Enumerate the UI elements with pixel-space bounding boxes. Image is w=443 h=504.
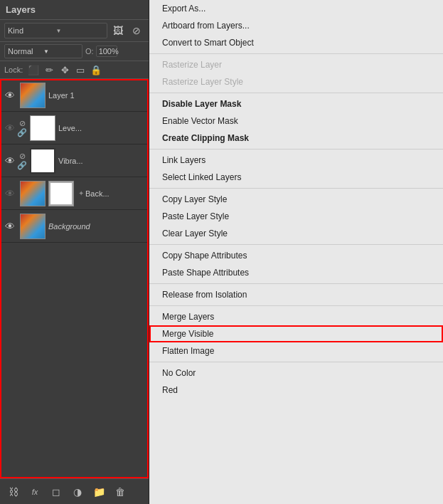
blend-mode-dropdown[interactable]: Normal ▼ [4,44,82,58]
visibility-icon[interactable]: 👁 [3,219,17,233]
panel-controls-row: Kind ▼ 🖼 ⊘ [0,20,149,42]
add-mask-icon[interactable]: ◻ [48,484,64,500]
panel-footer: ⛓ fx ◻ ◑ 📁 🗑 [0,478,149,504]
menu-item-no-color[interactable]: No Color [149,364,443,382]
menu-separator [149,93,443,93]
menu-separator [149,244,443,245]
menu-item-flatten[interactable]: Flatten Image [149,342,443,359]
visibility-icon[interactable]: 👁 [3,121,17,135]
blend-mode-arrow-icon: ▼ [43,48,79,55]
layer-thumbnail [30,115,55,141]
menu-separator [149,53,443,54]
layer-row[interactable]: 👁 ✦ Back... [0,177,149,210]
visibility-icon[interactable]: 👁 [3,88,17,103]
layer-name: Layer 1 [48,91,146,100]
menu-item-paste-shape[interactable]: Paste Shape Attributes [149,264,443,281]
menu-item-release-isolation[interactable]: Release from Isolation [149,286,443,303]
layer-name: Background [48,222,146,231]
layer-thumbnail [20,83,46,108]
menu-item-paste-style[interactable]: Paste Layer Style [149,208,443,225]
lock-image-icon[interactable]: ✏ [43,63,55,76]
menu-item-export-as[interactable]: Export As... [149,0,443,17]
lock-transparent-icon[interactable]: ⬛ [27,63,40,76]
menu-item-merge-layers[interactable]: Merge Layers [149,308,443,325]
filter-adjustment-icon[interactable]: ⊘ [129,23,144,38]
opacity-value[interactable]: 100% [96,46,117,57]
layers-panel: Layers Kind ▼ 🖼 ⊘ Normal ▼ O: 100% Lock:… [0,0,149,504]
menu-item-select-linked[interactable]: Select Linked Layers [149,169,443,186]
menu-separator [149,188,443,189]
layer-mask-thumbnail [48,181,74,206]
menu-item-clear-style[interactable]: Clear Layer Style [149,225,443,242]
layer-row[interactable]: 👁 ⊘ 🔗 Leve... [0,112,149,145]
menu-item-link-layers[interactable]: Link Layers [149,152,443,169]
layer-thumbnail [20,214,46,239]
lock-position-icon[interactable]: ✥ [58,63,71,76]
opacity-label: O: [85,47,94,56]
layer-name: Vibra... [58,157,146,165]
lock-artboard-icon[interactable]: ▭ [74,63,87,76]
menu-item-disable-mask[interactable]: Disable Layer Mask [149,95,443,112]
blend-mode-row: Normal ▼ O: 100% [0,42,149,61]
layer-name: Back... [85,189,146,198]
menu-item-rasterize-style: Rasterize Layer Style [149,73,443,90]
layers-list: 👁 Layer 1 👁 ⊘ 🔗 Leve... 👁 ⊘ 🔗 [0,79,149,478]
context-menu: Export As...Artboard from Layers...Conve… [149,0,443,504]
layer-name: Leve... [58,124,146,132]
menu-item-merge-visible[interactable]: Merge Visible [149,325,443,342]
menu-item-copy-shape[interactable]: Copy Shape Attributes [149,247,443,264]
fx-icon[interactable]: fx [27,484,43,500]
opacity-control: O: 100% [85,46,117,57]
lock-label: Lock: [4,65,23,74]
menu-item-copy-style[interactable]: Copy Layer Style [149,191,443,208]
kind-dropdown[interactable]: Kind ▼ [4,23,107,38]
menu-separator [149,362,443,362]
add-adjustment-icon[interactable]: ◑ [70,484,85,500]
layer-row[interactable]: 👁 Background [0,210,149,243]
menu-item-smart-object[interactable]: Convert to Smart Object [149,34,443,51]
panel-title: Layers [6,4,36,15]
menu-item-enable-vector[interactable]: Enable Vector Mask [149,112,443,130]
filter-image-icon[interactable]: 🖼 [110,23,126,38]
visibility-icon[interactable]: 👁 [3,187,17,201]
menu-separator [149,283,443,284]
lock-all-icon[interactable]: 🔒 [90,63,102,76]
kind-arrow-icon: ▼ [56,28,105,34]
layer-row[interactable]: 👁 ⊘ 🔗 Vibra... [0,145,149,177]
layer-thumbnail [20,181,46,206]
delete-layer-icon[interactable]: 🗑 [112,484,128,500]
menu-item-clipping-mask[interactable]: Create Clipping Mask [149,130,443,147]
menu-separator [149,305,443,306]
layer-row[interactable]: 👁 Layer 1 [0,79,149,112]
blend-mode-value: Normal [8,47,43,56]
menu-item-red[interactable]: Red [149,382,443,399]
visibility-icon[interactable]: 👁 [3,154,17,168]
kind-label: Kind [8,26,56,35]
menu-item-rasterize-layer: Rasterize Layer [149,56,443,73]
link-layers-icon[interactable]: ⛓ [6,484,21,500]
menu-separator [149,149,443,149]
lock-row: Lock: ⬛ ✏ ✥ ▭ 🔒 [0,61,149,79]
panel-header: Layers [0,0,149,20]
layer-thumbnail [30,148,55,174]
layer-chain-icon: ✦ [78,189,84,197]
menu-item-artboard[interactable]: Artboard from Layers... [149,17,443,34]
add-group-icon[interactable]: 📁 [91,484,107,500]
